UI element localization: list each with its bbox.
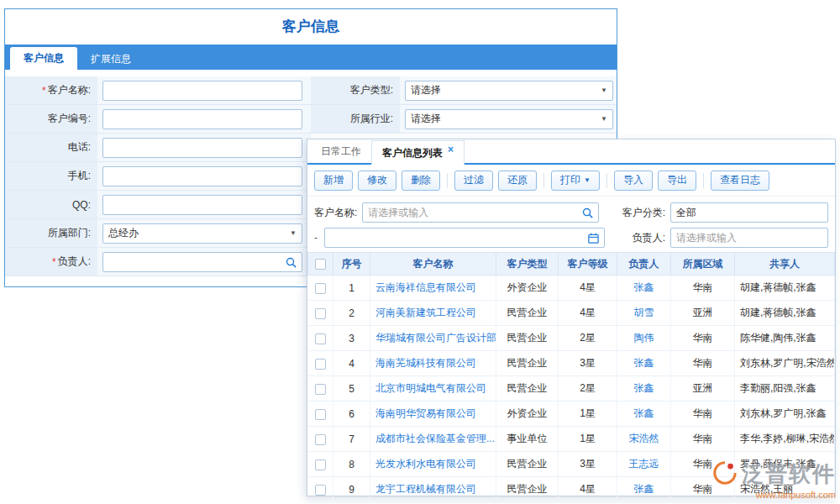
chevron-down-icon[interactable]: ▼ bbox=[601, 87, 607, 94]
form-field-row: * 所属部门: 总经办 ▼ bbox=[5, 219, 311, 248]
cell-customer-name[interactable]: 海南明华贸易有限公司 bbox=[370, 402, 496, 427]
table-row[interactable]: 5 北京市明城电气有限公司 民营企业 2星 张鑫 亚洲 李勤丽,阳强,张鑫 bbox=[308, 376, 835, 402]
form-field-input[interactable]: 请选择 ▼ bbox=[405, 109, 613, 129]
filter-category-input[interactable]: 全部 bbox=[670, 202, 828, 223]
toolbar-button[interactable]: 查看日志 bbox=[711, 171, 769, 191]
toolbar-button[interactable]: 修改 bbox=[358, 171, 396, 191]
row-checkbox[interactable] bbox=[315, 283, 326, 294]
form-field-label: * 客户名称: bbox=[5, 76, 97, 104]
row-checkbox[interactable] bbox=[315, 434, 326, 445]
table-row[interactable]: 6 海南明华贸易有限公司 外资企业 1星 张鑫 华南 刘东林,罗广明,张鑫 bbox=[308, 402, 835, 427]
cell-owner[interactable]: 王志远 bbox=[617, 452, 671, 477]
chevron-down-icon[interactable]: ▼ bbox=[584, 176, 591, 184]
cell-customer-name[interactable]: 光发水利水电有限公司 bbox=[370, 452, 496, 477]
cell-customer-name[interactable]: 北京市明城电气有限公司 bbox=[370, 376, 496, 402]
row-checkbox[interactable] bbox=[315, 333, 326, 344]
cell-customer-name[interactable]: 云南海祥信息有限公司 bbox=[370, 276, 496, 301]
form-field-input[interactable] bbox=[102, 166, 302, 186]
form-field-label: * 客户类型: bbox=[311, 76, 400, 104]
toolbar-button-label: 查看日志 bbox=[720, 173, 760, 187]
filter-owner-label: 负责人: bbox=[612, 231, 665, 245]
chevron-down-icon[interactable]: ▼ bbox=[601, 115, 607, 123]
cell-customer-level: 3星 bbox=[559, 351, 617, 376]
form-field-control bbox=[97, 162, 311, 190]
form-field-label: * QQ: bbox=[5, 191, 97, 218]
cell-region: 华南 bbox=[671, 276, 735, 301]
toolbar-button[interactable]: 删除 bbox=[402, 171, 440, 191]
select-all-checkbox[interactable] bbox=[315, 259, 326, 270]
form-field-input[interactable] bbox=[102, 252, 302, 272]
filter-customer-name-input[interactable]: 请选择或输入 bbox=[362, 202, 599, 223]
cell-owner[interactable]: 张鑫 bbox=[617, 276, 671, 301]
toolbar-button[interactable]: 导入 bbox=[614, 171, 653, 191]
cell-owner[interactable]: 张鑫 bbox=[617, 477, 671, 502]
toolbar-button-label: 导出 bbox=[667, 173, 687, 187]
filter-category-group: 客户分类: 全部 bbox=[612, 202, 828, 223]
form-field-input[interactable] bbox=[102, 195, 302, 215]
toolbar-button[interactable]: 过滤 bbox=[454, 171, 493, 191]
form-field-input[interactable] bbox=[102, 138, 302, 158]
table-row[interactable]: 3 华瑞城有限公司广告设计部 民营企业 2星 陶伟 华南 陈华健,陶伟,张鑫 bbox=[308, 326, 835, 351]
toolbar-button-label: 删除 bbox=[411, 173, 431, 187]
tab-customer-info[interactable]: 客户信息 bbox=[10, 47, 77, 70]
cell-customer-level: 4星 bbox=[559, 477, 617, 502]
calendar-icon[interactable] bbox=[587, 232, 600, 244]
cell-customer-type: 外资企业 bbox=[496, 402, 559, 427]
table-row[interactable]: 1 云南海祥信息有限公司 外资企业 4星 张鑫 华南 胡建,蒋德帧,张鑫 bbox=[308, 276, 835, 301]
date-input[interactable] bbox=[324, 228, 605, 248]
toolbar-button[interactable]: 打印 ▼ bbox=[551, 171, 600, 191]
cell-owner[interactable]: 胡雪 bbox=[617, 301, 671, 326]
form-field-input[interactable] bbox=[102, 109, 302, 129]
form-field-input[interactable]: 总经办 ▼ bbox=[102, 223, 302, 244]
column-header-customer-name: 客户名称 bbox=[370, 253, 496, 276]
form-field-value: 总经办 bbox=[108, 226, 139, 240]
tab-customer-info-list-label: 客户信息列表 bbox=[382, 147, 443, 159]
row-checkbox[interactable] bbox=[315, 409, 326, 420]
toolbar-button[interactable]: 新增 bbox=[314, 171, 353, 191]
close-icon[interactable]: × bbox=[448, 144, 454, 155]
date-range-separator: - bbox=[314, 232, 324, 244]
cell-customer-type: 外资企业 bbox=[496, 276, 559, 301]
row-checkbox[interactable] bbox=[315, 308, 326, 319]
toolbar-button[interactable]: 导出 bbox=[658, 171, 696, 191]
form-field-input[interactable] bbox=[102, 81, 302, 101]
filter-owner-placeholder: 请选择或输入 bbox=[676, 231, 737, 245]
search-icon[interactable] bbox=[285, 256, 297, 269]
row-checkbox[interactable] bbox=[315, 485, 326, 496]
cell-owner[interactable]: 张鑫 bbox=[617, 402, 671, 427]
table-row[interactable]: 7 成都市社会保险基金管理... 事业单位 1星 宋浩然 华南 李华,李婷,柳琳… bbox=[308, 427, 835, 452]
search-icon[interactable] bbox=[581, 207, 594, 219]
tab-daily-work[interactable]: 日常工作 bbox=[311, 140, 371, 163]
form-field-label-text: 客户编号: bbox=[48, 112, 91, 126]
cell-customer-name[interactable]: 龙宇工程机械有限公司 bbox=[370, 477, 496, 502]
cell-owner[interactable]: 张鑫 bbox=[617, 376, 671, 402]
column-header-customer-type: 客户类型 bbox=[496, 253, 559, 276]
cell-customer-name[interactable]: 华瑞城有限公司广告设计部 bbox=[370, 326, 496, 351]
form-field-label-text: 客户名称: bbox=[48, 83, 91, 97]
cell-owner[interactable]: 陶伟 bbox=[617, 326, 671, 351]
cell-customer-name[interactable]: 海南芜城科技有限公司 bbox=[370, 351, 496, 376]
table-row[interactable]: 4 海南芜城科技有限公司 民营企业 3星 张鑫 华南 刘东林,罗广明,宋浩然,张… bbox=[308, 351, 835, 376]
tab-customer-info-list[interactable]: 客户信息列表× bbox=[371, 140, 465, 165]
row-checkbox[interactable] bbox=[315, 459, 326, 470]
cell-customer-level: 1星 bbox=[559, 427, 617, 452]
chevron-down-icon[interactable]: ▼ bbox=[290, 229, 297, 237]
form-field-label-text: 所属行业: bbox=[350, 112, 393, 126]
tab-daily-work-label: 日常工作 bbox=[321, 145, 361, 157]
filter-owner-input[interactable]: 请选择或输入 bbox=[670, 228, 828, 248]
tab-extended-info[interactable]: 扩展信息 bbox=[77, 48, 144, 70]
cell-customer-name[interactable]: 河南美新建筑工程公司 bbox=[370, 301, 496, 326]
cell-customer-type: 民营企业 bbox=[496, 452, 559, 477]
row-checkbox[interactable] bbox=[315, 359, 326, 370]
cell-customer-name[interactable]: 成都市社会保险基金管理... bbox=[370, 427, 496, 452]
screen: 客户信息 客户信息 扩展信息 * 客户名称: * 客户编号: bbox=[0, 0, 840, 504]
form-field-input[interactable]: 请选择 ▼ bbox=[405, 81, 613, 101]
cell-owner[interactable]: 张鑫 bbox=[617, 351, 671, 376]
row-checkbox[interactable] bbox=[315, 384, 326, 395]
toolbar-button-label: 打印 bbox=[560, 173, 580, 187]
table-row[interactable]: 2 河南美新建筑工程公司 民营企业 4星 胡雪 亚洲 胡建,蒋德帧,张鑫 bbox=[308, 301, 835, 326]
cell-customer-type: 民营企业 bbox=[496, 376, 559, 402]
form-field-label-text: QQ: bbox=[72, 199, 91, 211]
cell-owner[interactable]: 宋浩然 bbox=[617, 427, 671, 452]
toolbar-button[interactable]: 还原 bbox=[498, 171, 537, 191]
